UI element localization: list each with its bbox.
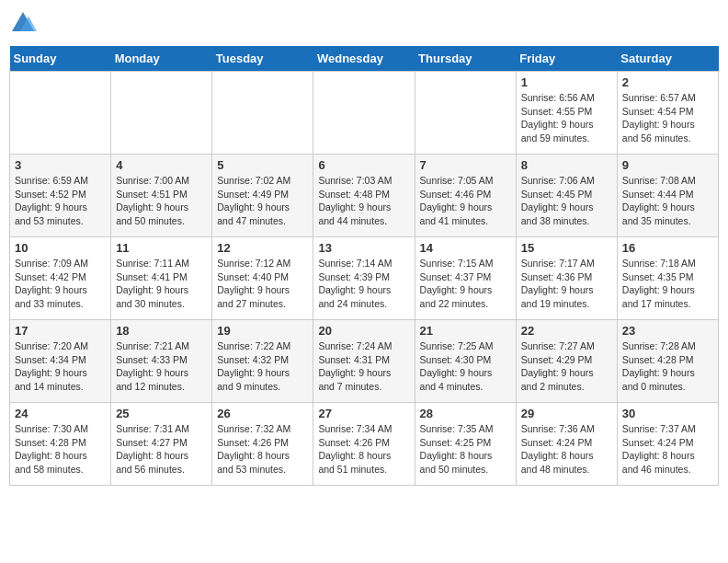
weekday-header: Saturday	[617, 46, 718, 72]
day-number: 8	[521, 158, 612, 172]
calendar-body: 1Sunrise: 6:56 AM Sunset: 4:55 PM Daylig…	[10, 72, 719, 486]
day-info: Sunrise: 7:17 AM Sunset: 4:36 PM Dayligh…	[521, 257, 612, 311]
weekday-header: Thursday	[415, 46, 516, 72]
day-info: Sunrise: 7:36 AM Sunset: 4:24 PM Dayligh…	[521, 422, 612, 477]
day-info: Sunrise: 7:32 AM Sunset: 4:26 PM Dayligh…	[217, 422, 308, 477]
calendar-cell: 30Sunrise: 7:37 AM Sunset: 4:24 PM Dayli…	[617, 403, 718, 486]
day-info: Sunrise: 7:15 AM Sunset: 4:37 PM Dayligh…	[420, 257, 511, 311]
header-row: SundayMondayTuesdayWednesdayThursdayFrid…	[10, 46, 719, 72]
calendar-cell	[10, 72, 111, 155]
day-number: 25	[116, 407, 207, 420]
weekday-header: Friday	[516, 46, 617, 72]
calendar-cell: 14Sunrise: 7:15 AM Sunset: 4:37 PM Dayli…	[415, 237, 516, 320]
day-info: Sunrise: 6:59 AM Sunset: 4:52 PM Dayligh…	[15, 174, 106, 228]
calendar-cell: 24Sunrise: 7:30 AM Sunset: 4:28 PM Dayli…	[10, 403, 111, 486]
calendar-cell: 5Sunrise: 7:02 AM Sunset: 4:49 PM Daylig…	[212, 155, 313, 237]
weekday-header: Sunday	[10, 46, 111, 72]
calendar-cell: 15Sunrise: 7:17 AM Sunset: 4:36 PM Dayli…	[516, 237, 617, 320]
calendar-cell: 16Sunrise: 7:18 AM Sunset: 4:35 PM Dayli…	[617, 237, 718, 320]
day-number: 30	[622, 407, 713, 420]
calendar-cell: 27Sunrise: 7:34 AM Sunset: 4:26 PM Dayli…	[313, 403, 415, 486]
day-number: 18	[116, 324, 207, 338]
day-number: 13	[318, 241, 409, 255]
calendar-cell: 21Sunrise: 7:25 AM Sunset: 4:30 PM Dayli…	[415, 320, 516, 403]
day-info: Sunrise: 7:20 AM Sunset: 4:34 PM Dayligh…	[15, 339, 106, 394]
calendar-cell: 1Sunrise: 6:56 AM Sunset: 4:55 PM Daylig…	[516, 72, 617, 155]
calendar-cell: 23Sunrise: 7:28 AM Sunset: 4:28 PM Dayli…	[617, 320, 718, 403]
day-number: 27	[318, 407, 409, 420]
calendar-header: SundayMondayTuesdayWednesdayThursdayFrid…	[10, 46, 719, 72]
logo-icon	[9, 9, 37, 37]
day-number: 24	[15, 407, 106, 420]
day-number: 7	[420, 158, 511, 172]
day-info: Sunrise: 7:24 AM Sunset: 4:31 PM Dayligh…	[318, 339, 409, 394]
calendar-cell: 13Sunrise: 7:14 AM Sunset: 4:39 PM Dayli…	[313, 237, 415, 320]
calendar-cell: 6Sunrise: 7:03 AM Sunset: 4:48 PM Daylig…	[313, 155, 415, 237]
day-info: Sunrise: 7:34 AM Sunset: 4:26 PM Dayligh…	[318, 422, 409, 477]
calendar-cell: 12Sunrise: 7:12 AM Sunset: 4:40 PM Dayli…	[212, 237, 313, 320]
day-info: Sunrise: 7:28 AM Sunset: 4:28 PM Dayligh…	[622, 339, 713, 394]
calendar-cell: 20Sunrise: 7:24 AM Sunset: 4:31 PM Dayli…	[313, 320, 415, 403]
calendar-cell: 26Sunrise: 7:32 AM Sunset: 4:26 PM Dayli…	[212, 403, 313, 486]
day-number: 23	[622, 324, 713, 338]
calendar-cell: 2Sunrise: 6:57 AM Sunset: 4:54 PM Daylig…	[617, 72, 718, 155]
calendar-cell: 10Sunrise: 7:09 AM Sunset: 4:42 PM Dayli…	[10, 237, 111, 320]
day-info: Sunrise: 7:25 AM Sunset: 4:30 PM Dayligh…	[420, 339, 511, 394]
calendar-cell: 7Sunrise: 7:05 AM Sunset: 4:46 PM Daylig…	[415, 155, 516, 237]
calendar-cell: 17Sunrise: 7:20 AM Sunset: 4:34 PM Dayli…	[10, 320, 111, 403]
day-number: 5	[217, 158, 308, 172]
day-info: Sunrise: 7:37 AM Sunset: 4:24 PM Dayligh…	[622, 422, 713, 477]
day-number: 1	[521, 75, 612, 89]
day-number: 3	[15, 158, 106, 172]
day-info: Sunrise: 7:00 AM Sunset: 4:51 PM Dayligh…	[116, 174, 207, 228]
page-header	[9, 9, 719, 37]
calendar-cell: 29Sunrise: 7:36 AM Sunset: 4:24 PM Dayli…	[516, 403, 617, 486]
calendar-cell: 8Sunrise: 7:06 AM Sunset: 4:45 PM Daylig…	[516, 155, 617, 237]
calendar-week-row: 10Sunrise: 7:09 AM Sunset: 4:42 PM Dayli…	[10, 237, 719, 320]
calendar-cell: 22Sunrise: 7:27 AM Sunset: 4:29 PM Dayli…	[516, 320, 617, 403]
day-info: Sunrise: 7:05 AM Sunset: 4:46 PM Dayligh…	[420, 174, 511, 228]
calendar-week-row: 1Sunrise: 6:56 AM Sunset: 4:55 PM Daylig…	[10, 72, 719, 155]
calendar-cell: 4Sunrise: 7:00 AM Sunset: 4:51 PM Daylig…	[111, 155, 212, 237]
day-info: Sunrise: 7:14 AM Sunset: 4:39 PM Dayligh…	[318, 257, 409, 311]
calendar-cell: 9Sunrise: 7:08 AM Sunset: 4:44 PM Daylig…	[617, 155, 718, 237]
day-number: 9	[622, 158, 713, 172]
logo	[9, 9, 40, 37]
calendar-cell	[313, 72, 415, 155]
day-number: 21	[420, 324, 511, 338]
day-number: 12	[217, 241, 308, 255]
day-number: 15	[521, 241, 612, 255]
day-number: 14	[420, 241, 511, 255]
calendar-cell	[415, 72, 516, 155]
day-number: 2	[622, 75, 713, 89]
day-info: Sunrise: 7:21 AM Sunset: 4:33 PM Dayligh…	[116, 339, 207, 394]
day-number: 10	[15, 241, 106, 255]
day-info: Sunrise: 7:35 AM Sunset: 4:25 PM Dayligh…	[420, 422, 511, 477]
calendar-table: SundayMondayTuesdayWednesdayThursdayFrid…	[9, 46, 719, 486]
day-number: 22	[521, 324, 612, 338]
day-info: Sunrise: 7:03 AM Sunset: 4:48 PM Dayligh…	[318, 174, 409, 228]
day-info: Sunrise: 7:02 AM Sunset: 4:49 PM Dayligh…	[217, 174, 308, 228]
calendar-week-row: 24Sunrise: 7:30 AM Sunset: 4:28 PM Dayli…	[10, 403, 719, 486]
day-number: 26	[217, 407, 308, 420]
day-info: Sunrise: 7:30 AM Sunset: 4:28 PM Dayligh…	[15, 422, 106, 477]
day-info: Sunrise: 7:18 AM Sunset: 4:35 PM Dayligh…	[622, 257, 713, 311]
day-info: Sunrise: 7:27 AM Sunset: 4:29 PM Dayligh…	[521, 339, 612, 394]
calendar-cell: 11Sunrise: 7:11 AM Sunset: 4:41 PM Dayli…	[111, 237, 212, 320]
day-number: 4	[116, 158, 207, 172]
weekday-header: Monday	[111, 46, 212, 72]
day-number: 19	[217, 324, 308, 338]
day-info: Sunrise: 7:31 AM Sunset: 4:27 PM Dayligh…	[116, 422, 207, 477]
calendar-cell: 18Sunrise: 7:21 AM Sunset: 4:33 PM Dayli…	[111, 320, 212, 403]
calendar-week-row: 17Sunrise: 7:20 AM Sunset: 4:34 PM Dayli…	[10, 320, 719, 403]
day-number: 16	[622, 241, 713, 255]
calendar-cell: 19Sunrise: 7:22 AM Sunset: 4:32 PM Dayli…	[212, 320, 313, 403]
day-number: 29	[521, 407, 612, 420]
day-info: Sunrise: 7:11 AM Sunset: 4:41 PM Dayligh…	[116, 257, 207, 311]
weekday-header: Tuesday	[212, 46, 313, 72]
day-number: 17	[15, 324, 106, 338]
day-info: Sunrise: 7:12 AM Sunset: 4:40 PM Dayligh…	[217, 257, 308, 311]
calendar-cell: 25Sunrise: 7:31 AM Sunset: 4:27 PM Dayli…	[111, 403, 212, 486]
day-info: Sunrise: 7:06 AM Sunset: 4:45 PM Dayligh…	[521, 174, 612, 228]
day-info: Sunrise: 7:08 AM Sunset: 4:44 PM Dayligh…	[622, 174, 713, 228]
